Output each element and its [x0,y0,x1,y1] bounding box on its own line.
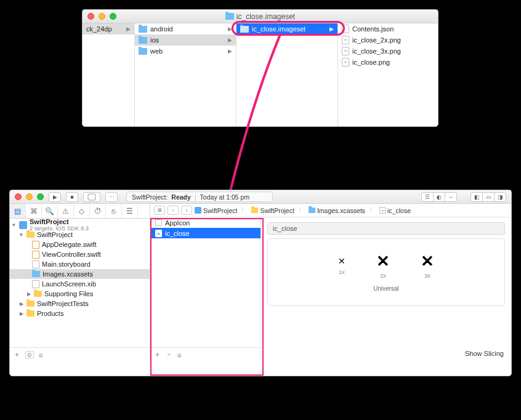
finder-item-android[interactable]: android ▶ [135,23,236,34]
tree-root[interactable]: ▼ SwiftProject 2 targets, iOS SDK 8.3 [10,220,150,230]
breadcrumb-label: Images.xcassets [317,207,365,214]
asset-item-appicon[interactable]: AppIcon [150,217,260,228]
image-well-3x[interactable]: ✕ 3x [421,253,434,279]
window-title: ic_close.imageset [83,12,438,21]
disclosure-triangle-icon[interactable]: ▼ [11,222,17,228]
tree-group-products[interactable]: ▶ Products [10,309,150,318]
project-tree[interactable]: ▼ SwiftProject 2 targets, iOS SDK 8.3 ▼ … [10,219,150,347]
tree-label: Supporting Files [44,290,94,297]
find-navigator-tab[interactable]: 🔍 [42,204,58,218]
finder-column-3[interactable]: Contents.json × ic_close_2x.png × ic_clo… [338,23,440,126]
image-set-icon: × [155,230,162,237]
assistant-editor-button[interactable]: ◐ [433,192,445,202]
destination-selector[interactable]: ⋯ [105,192,118,202]
panel-toggle-segmented: ◧ ▭ ◨ [471,192,506,202]
run-button[interactable]: ▶ [49,192,61,202]
stop-button[interactable]: ■ [66,192,78,202]
breadcrumb-assets[interactable]: Images.xcassets [309,207,365,214]
asset-item-icclose[interactable]: × ic_close [150,228,260,238]
activity-status[interactable]: SwiftProject: Ready | Today at 1:05 pm [126,192,273,202]
minimize-button[interactable] [26,193,33,200]
finder-column-0[interactable]: ck_24dp ▶ [83,23,135,126]
tree-group-tests[interactable]: ▶ SwiftProjectTests [10,299,150,309]
tree-group-supporting[interactable]: ▶ Supporting Files [10,289,150,299]
tree-file-storyboard[interactable]: Main.storyboard [10,259,150,269]
xcode-toolbar: ▶ ■ ⋯ SwiftProject: Ready | Today at 1:0… [10,190,511,204]
version-editor-button[interactable]: ↔ [445,192,457,202]
close-button[interactable] [15,193,22,200]
symbol-navigator-tab[interactable]: ⌘ [26,204,42,218]
zoom-button[interactable] [37,193,44,200]
standard-editor-button[interactable]: ☰ [421,192,434,202]
filter-recent-button[interactable]: ⊙ [25,351,34,358]
column-view: ck_24dp ▶ android ▶ ios ▶ web ▶ [83,23,438,126]
asset-outline[interactable]: AppIcon × ic_close ＋ － ⌾ [150,217,261,361]
project-navigator-tab[interactable]: ▤ [10,204,26,218]
scheme-selector[interactable] [83,192,100,202]
breadcrumb-project[interactable]: SwiftProject [195,207,237,214]
remove-asset-button[interactable]: － [166,350,172,359]
forward-button[interactable]: › [181,206,192,215]
item-label: web [150,47,225,55]
chevron-right-icon: 〉 [369,206,376,215]
asset-name-field[interactable]: ic_close [267,222,505,235]
breadcrumb-asset[interactable]: × ic_close [379,207,411,214]
add-asset-button[interactable]: ＋ [154,350,161,359]
toggle-utilities-button[interactable]: ◨ [494,192,506,202]
finder-item-2x-png[interactable]: × ic_close_2x.png [338,34,440,46]
tree-file-images-xcassets[interactable]: Images.xcassets [10,269,150,279]
tree-file-appdelegate[interactable]: AppDelegate.swift [10,240,150,249]
scale-label: 2x [380,273,386,279]
disclosure-triangle-icon[interactable]: ▶ [18,301,24,307]
toggle-debug-button[interactable]: ▭ [482,192,495,202]
status-project: SwiftProject: [132,193,168,201]
finder-column-2[interactable]: ic_close.imageset ▶ [236,23,338,126]
tree-file-launchscreen[interactable]: LaunchScreen.xib [10,279,150,289]
jump-bar[interactable]: ⊞ ‹ › SwiftProject 〉 SwiftProject 〉 Imag… [150,204,511,217]
status-time: Today at 1:05 pm [200,193,250,201]
image-well-2x[interactable]: ✕ 2x [376,253,390,279]
filter-button[interactable]: ⌾ [177,351,182,358]
finder-item-imageset[interactable]: ic_close.imageset ▶ [236,23,337,34]
breadcrumb-group[interactable]: SwiftProject [251,207,294,214]
finder-item-web[interactable]: web ▶ [135,46,236,57]
finder-item-contents-json[interactable]: Contents.json [338,23,440,34]
show-slicing-button[interactable]: Show Slicing [465,350,504,357]
asset-label: ic_close [165,230,190,237]
breadcrumb-label: SwiftProject [260,207,294,214]
scale-label: 1x [339,269,345,275]
report-navigator-tab[interactable]: ☰ [122,204,138,218]
back-button[interactable]: ‹ [168,206,179,215]
breakpoint-navigator-tab[interactable]: ⎋ [106,204,122,218]
tree-file-viewcontroller[interactable]: ViewController.swift [10,249,150,259]
issue-navigator-tab[interactable]: ⚠ [58,204,74,218]
finder-item-1x-png[interactable]: × ic_close.png [338,57,440,68]
finder-titlebar[interactable]: ic_close.imageset [83,10,438,23]
toggle-navigator-button[interactable]: ◧ [471,192,483,202]
image-wells: ✕ 1x ✕ 2x ✕ 3x Unive [267,238,505,306]
image-well-1x[interactable]: ✕ 1x [338,257,345,275]
navigator-footer: ＋ ⊙ ⌾ [10,347,150,361]
window-controls [15,193,44,200]
folder-icon [26,310,34,317]
filter-scm-button[interactable]: ⌾ [39,351,43,358]
storyboard-icon [32,260,39,269]
finder-item-3x-png[interactable]: × ic_close_3x.png [338,46,440,57]
add-button[interactable]: ＋ [14,350,20,359]
image-set-icon: × [379,207,386,214]
folder-icon [26,301,34,307]
debug-navigator-tab[interactable]: ⏱ [90,204,106,218]
finder-item-ck24dp[interactable]: ck_24dp ▶ [83,23,134,34]
disclosure-triangle-icon[interactable]: ▶ [18,311,24,317]
related-items-button[interactable]: ⊞ [154,206,165,215]
folder-icon [240,26,249,33]
finder-column-1[interactable]: android ▶ ios ▶ web ▶ [135,23,236,126]
folder-icon [225,13,234,20]
item-label: ic_close.png [352,59,436,66]
disclosure-triangle-icon[interactable]: ▶ [26,291,31,297]
finder-item-ios[interactable]: ios ▶ [135,34,236,46]
test-navigator-tab[interactable]: ◇ [74,204,90,218]
disclosure-triangle-icon[interactable]: ▼ [18,232,24,238]
chevron-right-icon: ▶ [228,26,232,32]
swift-file-icon [32,251,39,259]
